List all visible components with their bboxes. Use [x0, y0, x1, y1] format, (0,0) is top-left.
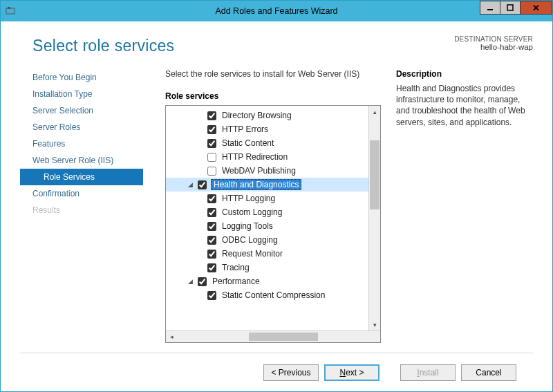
- tree-node[interactable]: HTTP Errors: [166, 122, 368, 136]
- instruction-text: Select the role services to install for …: [165, 69, 381, 79]
- next-button-label: Next >: [339, 368, 364, 377]
- tree-node-label: Static Content: [221, 138, 275, 148]
- svg-rect-3: [507, 5, 513, 10]
- tree-node-checkbox[interactable]: [207, 208, 216, 217]
- previous-button-label: < Previous: [271, 368, 310, 377]
- tree-node[interactable]: HTTP Redirection: [166, 150, 368, 164]
- tree-node[interactable]: Static Content Compression: [166, 288, 368, 302]
- destination-host: hello-habr-wap: [454, 43, 533, 51]
- tree-node-checkbox[interactable]: [207, 111, 216, 120]
- wizard-window: Add Roles and Features Wizard ✕ Select r…: [0, 0, 553, 392]
- page-title: Select role services: [32, 37, 174, 55]
- center-column: Select the role services to install for …: [143, 69, 393, 343]
- horizontal-scrollbar[interactable]: ◂ ▸: [166, 330, 380, 342]
- nav-item[interactable]: Web Server Role (IIS): [20, 152, 143, 169]
- maximize-button[interactable]: [500, 1, 521, 15]
- titlebar: Add Roles and Features Wizard ✕: [1, 1, 552, 21]
- destination-info: DESTINATION SERVER hello-habr-wap: [454, 35, 533, 51]
- tree-node-checkbox[interactable]: [207, 236, 216, 245]
- tree-node-label: WebDAV Publishing: [221, 166, 297, 176]
- nav-item: Results: [20, 202, 143, 218]
- previous-button[interactable]: < Previous: [263, 364, 319, 381]
- tree-node-checkbox[interactable]: [198, 277, 207, 286]
- svg-rect-0: [6, 8, 15, 14]
- tree-node-label: Request Monitor: [221, 249, 284, 259]
- tree-node-label: Directory Browsing: [221, 111, 293, 120]
- collapse-icon[interactable]: ◢: [185, 277, 195, 286]
- tree-node[interactable]: ODBC Logging: [166, 233, 368, 247]
- description-label: Description: [396, 69, 533, 79]
- nav-item[interactable]: Before You Begin: [20, 69, 143, 86]
- role-services-tree[interactable]: Directory BrowsingHTTP ErrorsStatic Cont…: [166, 106, 368, 330]
- destination-label: DESTINATION SERVER: [454, 35, 533, 43]
- nav-item[interactable]: Server Selection: [20, 102, 143, 119]
- tree-scroll-area: Directory BrowsingHTTP ErrorsStatic Cont…: [166, 106, 380, 330]
- nav-item[interactable]: Role Services: [20, 169, 143, 185]
- tree-node-checkbox[interactable]: [207, 139, 216, 148]
- tree-node-label: Custom Logging: [221, 207, 283, 217]
- app-icon: [1, 1, 20, 21]
- tree-node-checkbox[interactable]: [207, 153, 216, 162]
- tree-node-label: Performance: [211, 277, 261, 286]
- tree-node-label: Static Content Compression: [221, 290, 326, 300]
- tree-node-label: ODBC Logging: [221, 235, 279, 245]
- tree-node-checkbox[interactable]: [207, 291, 216, 300]
- tree-node-label: HTTP Redirection: [221, 152, 289, 162]
- tree-node[interactable]: Request Monitor: [166, 247, 368, 261]
- nav-item[interactable]: Installation Type: [20, 86, 143, 102]
- tree-node-checkbox[interactable]: [207, 167, 216, 176]
- tree-node-checkbox[interactable]: [198, 180, 207, 189]
- header-row: Select role services DESTINATION SERVER …: [20, 34, 533, 55]
- cancel-button[interactable]: Cancel: [461, 364, 516, 381]
- role-services-tree-container: Directory BrowsingHTTP ErrorsStatic Cont…: [165, 105, 381, 343]
- tree-node-checkbox[interactable]: [207, 194, 216, 203]
- vertical-scrollbar[interactable]: ▴ ▾: [368, 106, 380, 330]
- main-row: Before You BeginInstallation TypeServer …: [20, 69, 533, 343]
- install-button: Install: [400, 364, 456, 381]
- tree-node[interactable]: Tracing: [166, 261, 368, 274]
- tree-node-checkbox[interactable]: [207, 125, 216, 134]
- tree-node[interactable]: Static Content: [166, 136, 368, 150]
- tree-node-label: Health and Diagnostics: [211, 179, 301, 190]
- window-title: Add Roles and Features Wizard: [1, 6, 552, 16]
- description-text: Health and Diagnostics provides infrastr…: [396, 83, 533, 128]
- nav-item[interactable]: Confirmation: [20, 185, 143, 202]
- horizontal-scrollbar-thumb[interactable]: [249, 333, 318, 341]
- wizard-nav: Before You BeginInstallation TypeServer …: [20, 69, 143, 343]
- collapse-icon[interactable]: ◢: [185, 180, 195, 189]
- nav-item[interactable]: Server Roles: [20, 119, 143, 136]
- description-column: Description Health and Diagnostics provi…: [393, 69, 533, 343]
- minimize-button[interactable]: [480, 1, 500, 15]
- tree-node[interactable]: HTTP Logging: [166, 192, 368, 205]
- tree-node[interactable]: ◢Performance: [166, 274, 368, 288]
- tree-node[interactable]: ◢Health and Diagnostics: [166, 178, 368, 192]
- close-button[interactable]: ✕: [520, 1, 552, 15]
- content-area: Select role services DESTINATION SERVER …: [1, 21, 552, 391]
- nav-item[interactable]: Features: [20, 136, 143, 152]
- scroll-down-icon[interactable]: ▾: [369, 319, 380, 330]
- tree-node-checkbox[interactable]: [207, 250, 216, 259]
- tree-node-label: HTTP Errors: [221, 124, 270, 134]
- tree-node[interactable]: Logging Tools: [166, 219, 368, 233]
- svg-rect-1: [8, 7, 10, 9]
- tree-node-label: Logging Tools: [221, 221, 274, 231]
- tree-node-label: HTTP Logging: [221, 194, 276, 203]
- vertical-scrollbar-thumb[interactable]: [370, 140, 379, 209]
- install-button-label: Install: [417, 368, 438, 377]
- tree-node-checkbox[interactable]: [207, 263, 216, 272]
- tree-node[interactable]: WebDAV Publishing: [166, 164, 368, 178]
- tree-node-label: Tracing: [221, 263, 251, 272]
- tree-node-checkbox[interactable]: [207, 222, 216, 231]
- window-controls: ✕: [480, 1, 552, 16]
- scrollbar-corner: [368, 331, 380, 343]
- tree-node[interactable]: Directory Browsing: [166, 109, 368, 122]
- cancel-button-label: Cancel: [476, 368, 501, 377]
- tree-node[interactable]: Custom Logging: [166, 205, 368, 219]
- group-label: Role services: [165, 91, 381, 101]
- wizard-footer: < Previous Next > Install Cancel: [20, 353, 533, 391]
- scroll-left-icon[interactable]: ◂: [166, 331, 178, 343]
- scroll-up-icon[interactable]: ▴: [369, 106, 380, 118]
- next-button[interactable]: Next >: [324, 364, 379, 381]
